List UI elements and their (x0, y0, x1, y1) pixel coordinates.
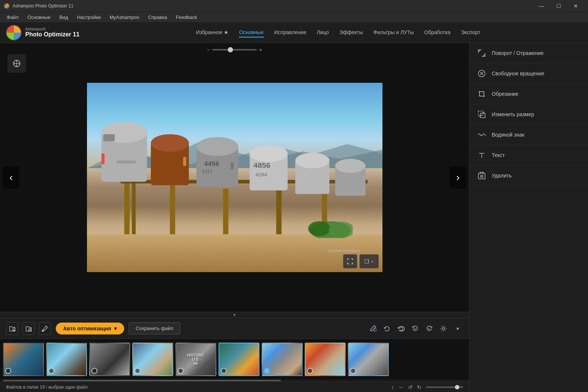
historic-text: HISTORICU.S.66 (187, 353, 205, 365)
svg-point-30 (295, 153, 330, 168)
tab-filters[interactable]: Фильтры и ЛУТы (374, 28, 414, 37)
svg-point-26 (250, 145, 288, 161)
rotate-reflect-icon (477, 48, 487, 58)
rotate-cw-button[interactable]: 30° (424, 323, 435, 334)
resize-icon (477, 110, 487, 119)
svg-rect-48 (479, 92, 484, 96)
zoom-slider[interactable] (212, 49, 257, 50)
svg-text:4456: 4456 (204, 160, 219, 167)
svg-text:30°: 30° (428, 328, 431, 330)
menu-myashampoo[interactable]: MyAshampoo (106, 13, 143, 21)
tab-correction[interactable]: Исправление (274, 28, 307, 37)
delete-item[interactable]: Удалить (469, 166, 588, 186)
menu-file[interactable]: Файл (3, 13, 22, 21)
main-image: 4456 5317 4856 4294 (87, 83, 382, 272)
resize-label: Изменить размер (492, 111, 534, 117)
logo-brand: Ashampoo® (25, 27, 80, 31)
next-image-button[interactable]: › (450, 166, 466, 189)
close-button[interactable]: ✕ (567, 0, 584, 12)
thumb-circle-2 (48, 368, 54, 374)
zoom-out-icon[interactable]: − (207, 47, 210, 53)
thumbnail-1[interactable] (3, 343, 44, 376)
free-rotate-item[interactable]: Свободное вращение (469, 63, 588, 84)
browse-files-button[interactable] (22, 322, 35, 335)
open-file-button[interactable]: + (6, 322, 19, 335)
menu-basic[interactable]: Основные (24, 13, 54, 21)
mailbox-scene: 4456 5317 4856 4294 (87, 83, 382, 272)
text-icon (477, 150, 487, 160)
menu-bar: Файл Основные Вид Настройки MyAshampoo С… (0, 12, 588, 22)
undo-all-button[interactable] (395, 323, 407, 334)
svg-rect-7 (170, 185, 175, 234)
menu-help[interactable]: Справка (144, 13, 171, 21)
rotate-ccw-button[interactable]: 30° (410, 323, 421, 334)
watermark-item[interactable]: Водяной знак (469, 125, 588, 145)
toolbar-right: 30° 30° ▾ (367, 323, 463, 334)
tab-effects[interactable]: Эффекты (339, 28, 363, 37)
thumb-circle-5 (178, 368, 184, 374)
undo-button[interactable] (381, 323, 392, 334)
thumbnail-9[interactable] (348, 343, 389, 376)
zoom-in-icon[interactable]: + (259, 47, 262, 53)
fit-width-icon[interactable]: ↔ (398, 384, 404, 390)
minimize-button[interactable]: — (533, 0, 550, 12)
more-options-button[interactable]: ▾ (452, 323, 463, 334)
crop-item[interactable]: Обрезание (469, 84, 588, 104)
status-zoom-slider[interactable] (426, 386, 463, 388)
status-rotate-right-icon[interactable]: ↻ (417, 384, 421, 390)
window-controls: — ☐ ✕ (533, 0, 584, 12)
window-title: Ashampoo Photo Optimizer 11 (13, 3, 73, 9)
svg-text:4294: 4294 (255, 172, 267, 177)
status-text: Файлов в папке 19 / выбран один файл (6, 385, 88, 390)
resize-item[interactable]: Изменить размер (469, 104, 588, 125)
tab-face[interactable]: Лицо (317, 28, 329, 37)
svg-rect-6 (132, 182, 136, 234)
svg-point-21 (197, 137, 238, 156)
watermark-icon (477, 130, 487, 140)
filmstrip-scrollbar-thumb[interactable] (3, 380, 281, 381)
fullscreen-button[interactable] (343, 254, 357, 268)
svg-point-39 (29, 329, 31, 331)
sort-icon[interactable]: ↕ (391, 384, 394, 390)
tab-basic[interactable]: Основные (239, 28, 264, 37)
svg-point-32 (335, 159, 366, 173)
save-file-button[interactable]: Сохранить файл (129, 322, 180, 334)
thumbnail-4[interactable] (132, 343, 173, 376)
auto-optimize-button[interactable]: Авто оптимизация ▾ (56, 323, 124, 334)
status-rotate-left-icon[interactable]: ↺ (408, 384, 413, 390)
thumbnail-2[interactable] (46, 343, 87, 376)
menu-view[interactable]: Вид (56, 13, 72, 21)
delete-icon (477, 171, 487, 180)
tab-processing[interactable]: Обработка (424, 28, 450, 37)
prev-image-button[interactable]: ‹ (3, 166, 19, 189)
plants-svg (308, 216, 353, 238)
maximize-button[interactable]: ☐ (550, 0, 567, 12)
pan-control[interactable] (7, 54, 26, 73)
logo-product: Photo Optimizer 11 (25, 31, 80, 38)
edit-tool-icon[interactable] (367, 323, 378, 334)
status-zoom-thumb[interactable] (455, 385, 459, 389)
tab-favorites[interactable]: Избранное ★ (196, 28, 229, 37)
svg-rect-16 (103, 134, 115, 141)
text-item[interactable]: Текст (469, 145, 588, 166)
toolbar-left: + (6, 322, 51, 335)
menu-settings[interactable]: Настройки (73, 13, 104, 21)
view-toggle-button[interactable]: ▾ (359, 254, 379, 268)
paint-button[interactable] (39, 322, 51, 335)
svg-text:+: + (13, 329, 15, 331)
zoom-thumb[interactable] (228, 47, 233, 52)
thumbnail-7[interactable]: ✓ (262, 343, 303, 376)
menu-feedback[interactable]: Feedback (172, 13, 201, 21)
thumbnail-6[interactable] (219, 343, 259, 376)
collapse-bar[interactable]: ▼ (0, 312, 469, 318)
thumbnail-5[interactable]: HISTORICU.S.66 (175, 343, 216, 376)
tab-export[interactable]: Экспорт (461, 28, 481, 37)
image-panel: − + ‹ (0, 43, 469, 392)
settings-icon[interactable] (438, 323, 449, 334)
rotate-reflect-item[interactable]: Поворот / Отражение (469, 43, 588, 63)
thumbnail-3[interactable] (89, 343, 130, 376)
svg-rect-19 (183, 157, 186, 166)
thumb-circle-8 (307, 368, 313, 374)
svg-rect-22 (231, 162, 234, 169)
thumbnail-8[interactable] (305, 343, 346, 376)
